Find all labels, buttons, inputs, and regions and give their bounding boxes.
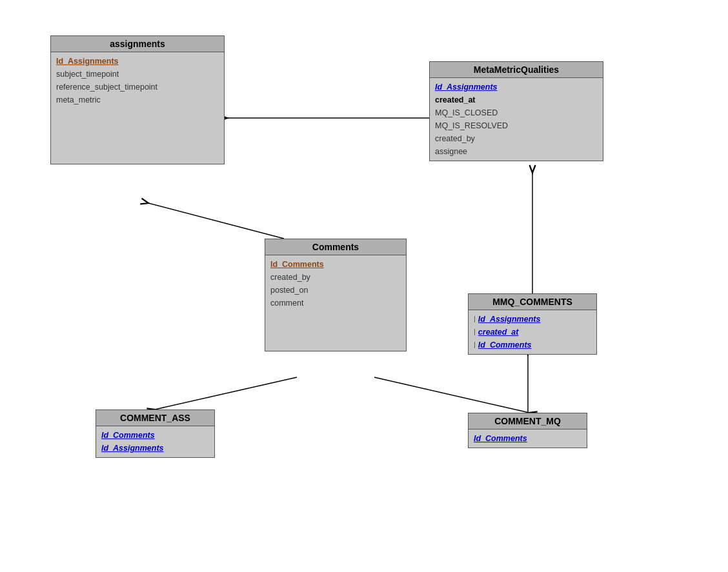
field-comments-comment: comment — [270, 297, 401, 310]
svg-line-3 — [155, 377, 297, 409]
entity-assignments: assignments Id_Assignments subject_timep… — [50, 35, 225, 164]
field-cmq-id-comments: Id_Comments — [474, 432, 581, 445]
field-cass-id-comments: Id_Comments — [101, 429, 209, 442]
field-mmq-assignee: assignee — [435, 145, 598, 158]
entity-assignments-body: Id_Assignments subject_timepoint referen… — [51, 52, 224, 109]
entity-comments: Comments Id_Comments created_by posted_o… — [265, 239, 407, 351]
field-mmq-created-at: created_at — [435, 94, 598, 106]
field-comments-id: Id_Comments — [270, 258, 401, 271]
field-cass-id-assign: Id_Assignments — [101, 442, 209, 455]
field-assignments-subject: subject_timepoint — [56, 68, 219, 81]
field-mmqc-id-comments: Id_Comments — [478, 339, 532, 351]
entity-mmq-comments: MMQ_COMMENTS | Id_Assignments | created_… — [468, 293, 597, 355]
entity-assignments-title: assignments — [51, 36, 224, 52]
entity-comments-title: Comments — [265, 239, 406, 255]
field-comments-created-by: created_by — [270, 271, 401, 284]
svg-line-4 — [148, 203, 284, 239]
svg-line-5 — [374, 377, 529, 413]
entity-commentass-body: Id_Comments Id_Assignments — [96, 426, 214, 457]
diagram-container: assignments Id_Assignments subject_timep… — [0, 0, 728, 572]
entity-commentmq-title: COMMENT_MQ — [469, 413, 587, 429]
field-mmq-created-by: created_by — [435, 132, 598, 145]
entity-comment-mq: COMMENT_MQ Id_Comments — [468, 413, 587, 448]
entity-commentass-title: COMMENT_ASS — [96, 410, 214, 426]
field-mmq-is-closed: MQ_IS_CLOSED — [435, 106, 598, 119]
entity-mmq-title: MetaMetricQualities — [430, 62, 603, 78]
entity-comments-body: Id_Comments created_by posted_on comment — [265, 255, 406, 351]
field-comments-posted-on: posted_on — [270, 284, 401, 297]
entity-metametricqualities: MetaMetricQualities Id_Assignments creat… — [429, 61, 603, 161]
field-mmqc-created-at: created_at — [478, 326, 519, 339]
field-mmq-id-assign: Id_Assignments — [435, 81, 598, 94]
entity-commentmq-body: Id_Comments — [469, 429, 587, 448]
entity-comment-ass: COMMENT_ASS Id_Comments Id_Assignments — [96, 409, 215, 458]
field-assignments-ref: reference_subject_timepoint — [56, 81, 219, 94]
entity-mmqcomments-body: | Id_Assignments | created_at | Id_Comme… — [469, 310, 596, 354]
field-mmqc-id-assign: Id_Assignments — [478, 313, 541, 326]
field-assignments-meta: meta_metric — [56, 94, 219, 106]
field-mmq-is-resolved: MQ_IS_RESOLVED — [435, 119, 598, 132]
entity-mmq-body: Id_Assignments created_at MQ_IS_CLOSED M… — [430, 78, 603, 161]
entity-mmqcomments-title: MMQ_COMMENTS — [469, 294, 596, 310]
field-assignments-id: Id_Assignments — [56, 55, 219, 68]
